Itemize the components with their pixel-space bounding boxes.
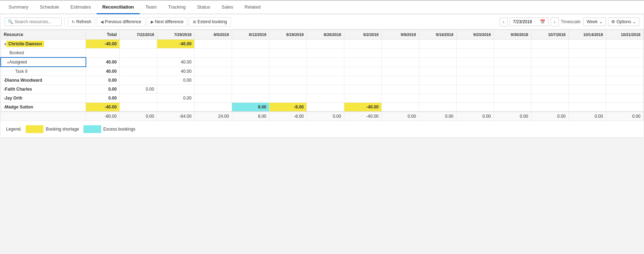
- cell-date-1: [157, 85, 195, 94]
- cell-date-7: [382, 40, 419, 49]
- date-prev-button[interactable]: ‹: [500, 17, 508, 26]
- cell-date-10: [494, 85, 531, 94]
- table-row: Task 840.0040.00: [1, 67, 644, 76]
- tab-sales[interactable]: Sales: [216, 1, 239, 14]
- cell-date-10: [494, 57, 531, 67]
- header-row: Resource Total 7/22/2018 7/29/2018 8/5/2…: [1, 30, 644, 40]
- cell-total: 40.00: [86, 67, 120, 76]
- footer-row: -80.000.00-64.0024.008.00-8.000.00-40.00…: [1, 112, 644, 121]
- cell-date-4: [269, 57, 307, 67]
- cell-resource: ›Dianna Woodward: [1, 76, 86, 85]
- legend-excess-label: Excess bookings: [103, 127, 135, 132]
- extend-booking-button[interactable]: ⊞ Extend booking: [189, 17, 231, 26]
- cell-date-8: [419, 76, 457, 85]
- cell-date-1: [157, 103, 195, 112]
- legend-label: Legend:: [6, 127, 21, 132]
- tab-summary[interactable]: Summary: [3, 1, 34, 14]
- cell-date-2: [195, 57, 232, 67]
- footer-cell-2: -64.00: [157, 112, 195, 121]
- cell-date-1: 40.00: [157, 57, 195, 67]
- cell-date-13: [606, 67, 643, 76]
- header-date-8: 9/16/2018: [419, 30, 457, 40]
- cell-date-6: [344, 49, 382, 58]
- cell-date-4: [269, 67, 307, 76]
- header-date-6: 9/2/2018: [344, 30, 382, 40]
- prev-icon: ◀: [101, 20, 103, 24]
- cell-date-2: [195, 67, 232, 76]
- cell-date-0: 0.00: [120, 85, 157, 94]
- cell-total: 40.00: [86, 57, 120, 67]
- tab-team[interactable]: Team: [140, 1, 163, 14]
- cell-date-5: [307, 40, 344, 49]
- cell-date-11: [531, 94, 568, 103]
- cell-date-8: [419, 85, 457, 94]
- cell-date-5: [307, 76, 344, 85]
- cell-date-2: [195, 94, 232, 103]
- cell-date-11: [531, 85, 568, 94]
- cell-date-8: [419, 49, 457, 58]
- cell-date-3: [232, 57, 269, 67]
- cell-date-10: [494, 103, 531, 112]
- search-box[interactable]: 🔍: [5, 17, 62, 26]
- footer-cell-11: 0.00: [494, 112, 531, 121]
- table-row: ∨Assigned40.0040.00: [1, 57, 644, 67]
- cell-date-6: [344, 85, 382, 94]
- tab-related[interactable]: Related: [239, 1, 266, 14]
- cell-date-1: 0.00: [157, 94, 195, 103]
- nav-bar: Summary Schedule Estimates Reconciliatio…: [0, 1, 644, 14]
- cell-date-12: [568, 94, 606, 103]
- extend-icon: ⊞: [193, 20, 196, 24]
- main-wrapper: Summary Schedule Estimates Reconciliatio…: [0, 1, 644, 254]
- refresh-button[interactable]: ↻ Refresh: [68, 17, 95, 26]
- date-next-button[interactable]: ›: [551, 17, 558, 26]
- header-date-7: 9/9/2018: [382, 30, 419, 40]
- reconciliation-table: Resource Total 7/22/2018 7/29/2018 8/5/2…: [0, 30, 644, 121]
- prev-diff-button[interactable]: ◀ Previous difference: [97, 17, 145, 26]
- legend-shortage-label: Booking shortage: [46, 127, 79, 132]
- expand-icon[interactable]: ∨: [4, 42, 6, 46]
- cell-date-11: [531, 49, 568, 58]
- cell-date-9: [457, 40, 494, 49]
- cell-date-12: [568, 85, 606, 94]
- cell-date-10: [494, 40, 531, 49]
- cell-date-9: [457, 49, 494, 58]
- timescale-label: Timescale:: [561, 19, 582, 24]
- cell-date-3: [232, 67, 269, 76]
- cell-date-11: [531, 57, 568, 67]
- cell-resource: ›Madge Sutton: [1, 103, 86, 112]
- cell-date-12: [568, 40, 606, 49]
- timescale-select[interactable]: Week ⌄: [583, 17, 606, 26]
- date-input[interactable]: [513, 19, 539, 24]
- date-input-wrap: 📅: [510, 17, 548, 26]
- cell-date-13: [606, 49, 643, 58]
- expand-icon[interactable]: ∨: [7, 60, 9, 64]
- cell-total: 0.00: [86, 94, 120, 103]
- tab-status[interactable]: Status: [191, 1, 216, 14]
- search-input[interactable]: [15, 19, 57, 24]
- header-date-9: 9/23/2018: [457, 30, 494, 40]
- tab-estimates[interactable]: Estimates: [65, 1, 97, 14]
- cell-date-9: [457, 103, 494, 112]
- cell-date-1: 40.00: [157, 67, 195, 76]
- tab-reconciliation[interactable]: Reconciliation: [97, 1, 140, 14]
- cell-date-2: [195, 103, 232, 112]
- cell-date-2: [195, 76, 232, 85]
- cell-date-5: [307, 85, 344, 94]
- next-diff-button[interactable]: ▶ Next difference: [147, 17, 188, 26]
- cell-date-9: [457, 57, 494, 67]
- cell-total: -40.00: [86, 40, 120, 49]
- tab-schedule[interactable]: Schedule: [34, 1, 65, 14]
- cell-date-6: [344, 57, 382, 67]
- cell-date-10: [494, 67, 531, 76]
- cell-date-7: [382, 103, 419, 112]
- gear-icon: ⚙: [611, 19, 615, 24]
- tab-tracking[interactable]: Tracking: [163, 1, 191, 14]
- footer-cell-6: 0.00: [307, 112, 344, 121]
- header-date-3: 8/12/2018: [232, 30, 269, 40]
- cell-resource: Task 8: [1, 67, 86, 76]
- table-row: Booked: [1, 49, 644, 58]
- footer-cell-3: 24.00: [195, 112, 232, 121]
- footer-cell-14: 0.00: [606, 112, 643, 121]
- options-button[interactable]: ⚙ Options ⌄: [608, 17, 639, 26]
- cell-date-2: [195, 40, 232, 49]
